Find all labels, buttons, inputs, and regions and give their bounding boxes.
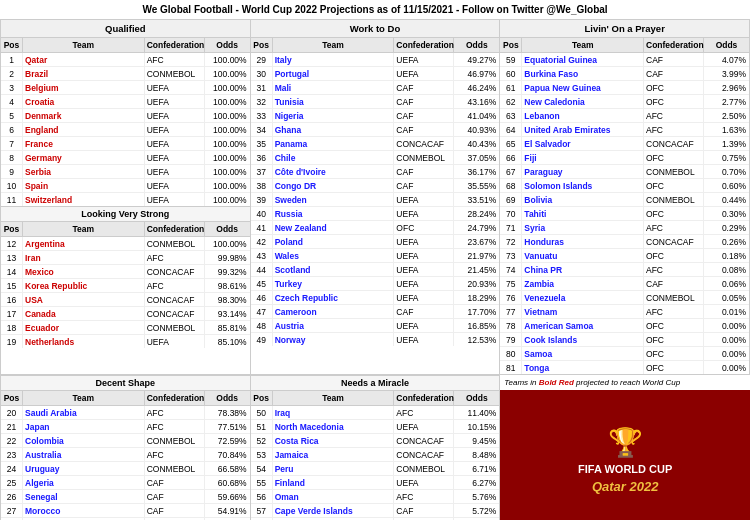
- decent-shape-header: Decent Shape: [1, 375, 250, 391]
- table-row: 39 Sweden UEFA 33.51%: [251, 193, 500, 207]
- table-row: 80 Samoa OFC 0.00%: [500, 347, 749, 361]
- work-to-do-section: Work to Do Pos Team Confederation Odds 2…: [251, 20, 501, 375]
- trophy-icon: 🏆: [608, 426, 643, 459]
- table-row: 14 Mexico CONCACAF 99.32%: [1, 265, 250, 279]
- table-row: 23 Australia AFC 70.84%: [1, 448, 250, 462]
- table-row: 40 Russia UEFA 28.24%: [251, 207, 500, 221]
- table-row: 52 Costa Rica CONCACAF 9.45%: [251, 434, 500, 448]
- table-row: 76 Venezuela CONMEBOL 0.05%: [500, 291, 749, 305]
- decent-shape-section: Decent Shape Pos Team Confederation Odds…: [1, 375, 251, 520]
- table-row: 31 Mali CAF 46.24%: [251, 81, 500, 95]
- needs-miracle-header: Needs a Miracle: [251, 375, 500, 391]
- table-row: 38 Congo DR CAF 35.55%: [251, 179, 500, 193]
- table-row: 78 American Samoa OFC 0.00%: [500, 319, 749, 333]
- table-row: 35 Panama CONCACAF 40.43%: [251, 137, 500, 151]
- table-row: 6 England UEFA 100.00%: [1, 123, 250, 137]
- table-row: 41 New Zealand OFC 24.79%: [251, 221, 500, 235]
- table-row: 77 Vietnam AFC 0.01%: [500, 305, 749, 319]
- table-row: 12 Argentina CONMEBOL 100.00%: [1, 237, 250, 251]
- looking-strong-rows: 12 Argentina CONMEBOL 100.00% 13 Iran AF…: [1, 237, 250, 348]
- table-row: 69 Bolivia CONMEBOL 0.44%: [500, 193, 749, 207]
- looking-strong-col-headers: Pos Team Confederation Odds: [1, 222, 250, 237]
- qualified-header: Qualified: [1, 20, 250, 38]
- livin-prayer-col-headers: Pos Team Confederation Odds: [500, 38, 749, 53]
- table-row: 21 Japan AFC 77.51%: [1, 420, 250, 434]
- needs-miracle-col-headers: Pos Team Confederation Odds: [251, 391, 500, 406]
- work-to-do-header: Work to Do: [251, 20, 500, 38]
- table-row: 10 Spain UEFA 100.00%: [1, 179, 250, 193]
- table-row: 34 Ghana CAF 40.93%: [251, 123, 500, 137]
- table-row: 50 Iraq AFC 11.40%: [251, 406, 500, 420]
- work-to-do-rows: 29 Italy UEFA 49.27% 30 Portugal UEFA 46…: [251, 53, 500, 346]
- table-row: 8 Germany UEFA 100.00%: [1, 151, 250, 165]
- table-row: 64 United Arab Emirates AFC 1.63%: [500, 123, 749, 137]
- table-row: 27 Morocco CAF 54.91%: [1, 504, 250, 518]
- table-row: 33 Nigeria CAF 41.04%: [251, 109, 500, 123]
- table-row: 54 Peru CONMEBOL 6.71%: [251, 462, 500, 476]
- table-row: 45 Turkey UEFA 20.93%: [251, 277, 500, 291]
- table-row: 44 Scotland UEFA 21.45%: [251, 263, 500, 277]
- table-row: 55 Finland UEFA 6.27%: [251, 476, 500, 490]
- table-row: 63 Lebanon AFC 2.50%: [500, 109, 749, 123]
- table-row: 53 Jamaica CONCACAF 8.48%: [251, 448, 500, 462]
- table-row: 60 Burkina Faso CAF 3.99%: [500, 67, 749, 81]
- table-row: 1 Qatar AFC 100.00%: [1, 53, 250, 67]
- table-row: 79 Cook Islands OFC 0.00%: [500, 333, 749, 347]
- table-row: 17 Canada CONCACAF 93.14%: [1, 307, 250, 321]
- table-row: 71 Syria AFC 0.29%: [500, 221, 749, 235]
- livin-prayer-header: Livin' On a Prayer: [500, 20, 749, 38]
- table-row: 43 Wales UEFA 21.97%: [251, 249, 500, 263]
- table-row: 61 Papua New Guinea OFC 2.96%: [500, 81, 749, 95]
- table-row: 37 Côte d'Ivoire CAF 36.17%: [251, 165, 500, 179]
- table-row: 67 Paraguay CONMEBOL 0.70%: [500, 165, 749, 179]
- table-row: 66 Fiji OFC 0.75%: [500, 151, 749, 165]
- decent-shape-rows: 20 Saudi Arabia AFC 78.38% 21 Japan AFC …: [1, 406, 250, 520]
- table-row: 73 Vanuatu OFC 0.18%: [500, 249, 749, 263]
- wc-logo: 🏆 FIFA WORLD CUP Qatar 2022: [500, 390, 750, 520]
- table-row: 51 North Macedonia UEFA 10.15%: [251, 420, 500, 434]
- table-row: 7 France UEFA 100.00%: [1, 137, 250, 151]
- livin-prayer-section: Livin' On a Prayer Pos Team Confederatio…: [500, 20, 750, 375]
- table-row: 19 Netherlands UEFA 85.10%: [1, 335, 250, 348]
- table-row: 20 Saudi Arabia AFC 78.38%: [1, 406, 250, 420]
- work-to-do-col-headers: Pos Team Confederation Odds: [251, 38, 500, 53]
- table-row: 68 Solomon Islands OFC 0.60%: [500, 179, 749, 193]
- table-row: 9 Serbia UEFA 100.00%: [1, 165, 250, 179]
- table-row: 65 El Salvador CONCACAF 1.39%: [500, 137, 749, 151]
- table-row: 32 Tunisia CAF 43.16%: [251, 95, 500, 109]
- qualified-section: Qualified Pos Team Confederation Odds 1 …: [1, 20, 251, 375]
- table-row: 47 Cameroon CAF 17.70%: [251, 305, 500, 319]
- needs-miracle-rows: 50 Iraq AFC 11.40% 51 North Macedonia UE…: [251, 406, 500, 520]
- table-row: 74 China PR AFC 0.08%: [500, 263, 749, 277]
- livin-prayer-rows: 59 Equatorial Guinea CAF 4.07% 60 Burkin…: [500, 53, 749, 374]
- qualified-col-headers: Pos Team Confederation Odds: [1, 38, 250, 53]
- table-row: 57 Cape Verde Islands CAF 5.72%: [251, 504, 500, 518]
- table-row: 13 Iran AFC 99.98%: [1, 251, 250, 265]
- header: We Global Football - World Cup 2022 Proj…: [0, 0, 750, 20]
- qualified-rows: 1 Qatar AFC 100.00% 2 Brazil CONMEBOL 10…: [1, 53, 250, 206]
- table-row: 25 Algeria CAF 60.68%: [1, 476, 250, 490]
- wc-title: FIFA WORLD CUP Qatar 2022: [578, 462, 672, 496]
- table-row: 3 Belgium UEFA 100.00%: [1, 81, 250, 95]
- table-row: 16 USA CONCACAF 98.30%: [1, 293, 250, 307]
- table-row: 15 Korea Republic AFC 98.61%: [1, 279, 250, 293]
- table-row: 59 Equatorial Guinea CAF 4.07%: [500, 53, 749, 67]
- table-row: 46 Czech Republic UEFA 18.29%: [251, 291, 500, 305]
- table-row: 4 Croatia UEFA 100.00%: [1, 95, 250, 109]
- table-row: 62 New Caledonia OFC 2.77%: [500, 95, 749, 109]
- table-row: 29 Italy UEFA 49.27%: [251, 53, 500, 67]
- decent-shape-col-headers: Pos Team Confederation Odds: [1, 391, 250, 406]
- table-row: 70 Tahiti OFC 0.30%: [500, 207, 749, 221]
- table-row: 22 Colombia CONMEBOL 72.59%: [1, 434, 250, 448]
- table-row: 49 Norway UEFA 12.53%: [251, 333, 500, 346]
- table-row: 24 Uruguay CONMEBOL 66.58%: [1, 462, 250, 476]
- table-row: 36 Chile CONMEBOL 37.05%: [251, 151, 500, 165]
- table-row: 75 Zambia CAF 0.06%: [500, 277, 749, 291]
- note-text: Teams in Bold Red projected to reach Wor…: [500, 375, 750, 390]
- table-row: 42 Poland UEFA 23.67%: [251, 235, 500, 249]
- table-row: 56 Oman AFC 5.76%: [251, 490, 500, 504]
- table-row: 26 Senegal CAF 59.66%: [1, 490, 250, 504]
- table-row: 2 Brazil CONMEBOL 100.00%: [1, 67, 250, 81]
- table-row: 5 Denmark UEFA 100.00%: [1, 109, 250, 123]
- table-row: 72 Honduras CONCACAF 0.26%: [500, 235, 749, 249]
